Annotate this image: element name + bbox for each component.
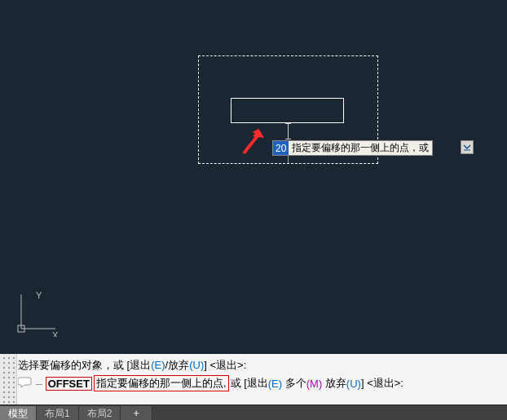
tab-model[interactable]: 模型 [0, 406, 37, 420]
command-history-line: 选择要偏移的对象，或 [退出(E)/放弃(U)] <退出>: [18, 358, 246, 373]
annotation-arrow-icon [241, 126, 267, 156]
tick-bottom [285, 139, 291, 139]
ucs-icon: Y X [13, 288, 62, 337]
command-grip[interactable] [0, 354, 17, 405]
dynamic-input-value[interactable]: 20 [273, 141, 289, 155]
tab-add-button[interactable]: + [121, 406, 152, 420]
command-panel: 选择要偏移的对象，或 [退出(E)/放弃(U)] <退出>: ⏤ OFFSET … [0, 354, 507, 405]
tab-layout2[interactable]: 布局2 [79, 406, 121, 420]
dimension-guide [288, 123, 289, 139]
ucs-y-label: Y [36, 290, 42, 300]
tab-layout1[interactable]: 布局1 [37, 406, 79, 420]
dash-icon: ⏤ [36, 378, 42, 390]
drawing-canvas[interactable]: 20 指定要偏移的那一侧上的点，或 Y X [0, 0, 507, 354]
selected-rectangle[interactable] [231, 98, 344, 123]
dynamic-input[interactable]: 20 指定要偏移的那一侧上的点，或 [272, 140, 433, 156]
chat-bubble-icon [18, 377, 33, 391]
current-command: OFFSET [46, 377, 92, 391]
layout-tabs: 模型 布局1 布局2 + [0, 405, 507, 420]
dynamic-input-dropdown-button[interactable] [461, 140, 474, 154]
command-prompt-highlight: 指定要偏移的那一侧上的点, [94, 375, 229, 391]
command-input-line[interactable]: ⏤ OFFSET 指定要偏移的那一侧上的点, 或 [退出(E) 多个(M) 放弃… [18, 375, 403, 391]
dynamic-input-prompt: 指定要偏移的那一侧上的点，或 [289, 141, 432, 155]
tick-top [285, 123, 291, 124]
ucs-x-label: X [52, 330, 59, 337]
chevron-down-icon [463, 144, 471, 152]
